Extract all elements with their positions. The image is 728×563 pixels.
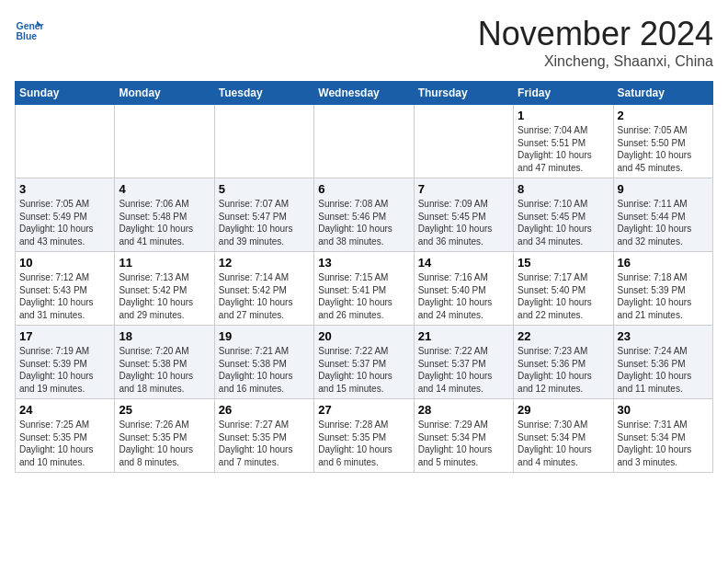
calendar-cell: 9Sunrise: 7:11 AM Sunset: 5:44 PM Daylig… — [613, 178, 712, 252]
calendar-cell — [16, 105, 115, 178]
day-number: 22 — [518, 329, 609, 343]
calendar-cell: 23Sunrise: 7:24 AM Sunset: 5:36 PM Dayli… — [613, 326, 712, 399]
day-info: Sunrise: 7:04 AM Sunset: 5:51 PM Dayligh… — [518, 124, 609, 174]
day-info: Sunrise: 7:23 AM Sunset: 5:36 PM Dayligh… — [518, 345, 609, 395]
day-number: 30 — [618, 403, 709, 417]
calendar-cell: 11Sunrise: 7:13 AM Sunset: 5:42 PM Dayli… — [115, 252, 214, 326]
calendar-week-row: 1Sunrise: 7:04 AM Sunset: 5:51 PM Daylig… — [16, 105, 713, 178]
day-number: 7 — [418, 182, 509, 196]
day-info: Sunrise: 7:20 AM Sunset: 5:38 PM Dayligh… — [119, 345, 210, 395]
day-info: Sunrise: 7:11 AM Sunset: 5:44 PM Dayligh… — [618, 198, 709, 247]
day-info: Sunrise: 7:14 AM Sunset: 5:42 PM Dayligh… — [219, 271, 310, 321]
calendar-cell: 12Sunrise: 7:14 AM Sunset: 5:42 PM Dayli… — [214, 252, 313, 326]
day-info: Sunrise: 7:10 AM Sunset: 5:45 PM Dayligh… — [518, 198, 609, 247]
logo-icon: General Blue — [15, 15, 44, 44]
day-number: 24 — [19, 403, 110, 417]
day-number: 13 — [318, 256, 409, 270]
day-number: 1 — [518, 109, 609, 122]
day-number: 10 — [19, 256, 110, 270]
calendar-cell — [214, 105, 313, 178]
calendar-cell: 27Sunrise: 7:28 AM Sunset: 5:35 PM Dayli… — [314, 399, 414, 473]
day-number: 26 — [219, 403, 310, 417]
svg-text:General: General — [17, 21, 44, 31]
day-info: Sunrise: 7:22 AM Sunset: 5:37 PM Dayligh… — [318, 345, 409, 395]
calendar-cell: 4Sunrise: 7:06 AM Sunset: 5:48 PM Daylig… — [115, 178, 214, 252]
svg-text:Blue: Blue — [17, 31, 38, 41]
day-info: Sunrise: 7:06 AM Sunset: 5:48 PM Dayligh… — [119, 198, 210, 247]
day-number: 29 — [518, 403, 609, 417]
calendar-cell — [314, 105, 414, 178]
calendar-cell: 29Sunrise: 7:30 AM Sunset: 5:34 PM Dayli… — [514, 399, 613, 473]
day-number: 28 — [418, 403, 509, 417]
day-number: 6 — [318, 182, 409, 196]
day-info: Sunrise: 7:31 AM Sunset: 5:34 PM Dayligh… — [618, 419, 709, 468]
calendar-cell: 8Sunrise: 7:10 AM Sunset: 5:45 PM Daylig… — [514, 178, 613, 252]
calendar-cell: 22Sunrise: 7:23 AM Sunset: 5:36 PM Dayli… — [514, 326, 613, 399]
day-info: Sunrise: 7:12 AM Sunset: 5:43 PM Dayligh… — [19, 271, 110, 321]
calendar-cell: 10Sunrise: 7:12 AM Sunset: 5:43 PM Dayli… — [16, 252, 115, 326]
day-info: Sunrise: 7:09 AM Sunset: 5:45 PM Dayligh… — [418, 198, 509, 247]
weekday-header-friday: Friday — [514, 82, 613, 105]
day-info: Sunrise: 7:17 AM Sunset: 5:40 PM Dayligh… — [518, 271, 609, 321]
calendar-cell: 6Sunrise: 7:08 AM Sunset: 5:46 PM Daylig… — [314, 178, 414, 252]
weekday-header-sunday: Sunday — [16, 82, 115, 105]
day-info: Sunrise: 7:05 AM Sunset: 5:49 PM Dayligh… — [19, 198, 110, 247]
day-number: 5 — [219, 182, 310, 196]
calendar-cell: 25Sunrise: 7:26 AM Sunset: 5:35 PM Dayli… — [115, 399, 214, 473]
calendar-cell: 13Sunrise: 7:15 AM Sunset: 5:41 PM Dayli… — [314, 252, 414, 326]
day-info: Sunrise: 7:26 AM Sunset: 5:35 PM Dayligh… — [119, 419, 210, 468]
calendar-cell: 2Sunrise: 7:05 AM Sunset: 5:50 PM Daylig… — [613, 105, 712, 178]
calendar-cell: 20Sunrise: 7:22 AM Sunset: 5:37 PM Dayli… — [314, 326, 414, 399]
calendar-cell: 16Sunrise: 7:18 AM Sunset: 5:39 PM Dayli… — [613, 252, 712, 326]
weekday-header-thursday: Thursday — [414, 82, 513, 105]
day-info: Sunrise: 7:16 AM Sunset: 5:40 PM Dayligh… — [418, 271, 509, 321]
day-number: 4 — [119, 182, 210, 196]
weekday-header-saturday: Saturday — [613, 82, 712, 105]
day-number: 12 — [219, 256, 310, 270]
day-info: Sunrise: 7:19 AM Sunset: 5:39 PM Dayligh… — [19, 345, 110, 395]
weekday-header-wednesday: Wednesday — [314, 82, 414, 105]
calendar-table: SundayMondayTuesdayWednesdayThursdayFrid… — [15, 81, 713, 473]
day-number: 9 — [618, 182, 709, 196]
calendar-cell: 7Sunrise: 7:09 AM Sunset: 5:45 PM Daylig… — [414, 178, 513, 252]
calendar-cell — [414, 105, 513, 178]
day-number: 15 — [518, 256, 609, 270]
day-info: Sunrise: 7:05 AM Sunset: 5:50 PM Dayligh… — [618, 124, 709, 174]
day-number: 2 — [618, 109, 709, 122]
day-info: Sunrise: 7:28 AM Sunset: 5:35 PM Dayligh… — [318, 419, 409, 468]
calendar-cell: 1Sunrise: 7:04 AM Sunset: 5:51 PM Daylig… — [514, 105, 613, 178]
calendar-cell: 30Sunrise: 7:31 AM Sunset: 5:34 PM Dayli… — [613, 399, 712, 473]
calendar-cell: 24Sunrise: 7:25 AM Sunset: 5:35 PM Dayli… — [16, 399, 115, 473]
day-number: 14 — [418, 256, 509, 270]
calendar-cell: 19Sunrise: 7:21 AM Sunset: 5:38 PM Dayli… — [214, 326, 313, 399]
day-number: 25 — [119, 403, 210, 417]
calendar-header-row: SundayMondayTuesdayWednesdayThursdayFrid… — [16, 82, 713, 105]
calendar-week-row: 24Sunrise: 7:25 AM Sunset: 5:35 PM Dayli… — [16, 399, 713, 473]
calendar-cell: 18Sunrise: 7:20 AM Sunset: 5:38 PM Dayli… — [115, 326, 214, 399]
day-number: 20 — [318, 329, 409, 343]
calendar-cell: 15Sunrise: 7:17 AM Sunset: 5:40 PM Dayli… — [514, 252, 613, 326]
day-info: Sunrise: 7:15 AM Sunset: 5:41 PM Dayligh… — [318, 271, 409, 321]
day-info: Sunrise: 7:21 AM Sunset: 5:38 PM Dayligh… — [219, 345, 310, 395]
day-info: Sunrise: 7:22 AM Sunset: 5:37 PM Dayligh… — [418, 345, 509, 395]
day-info: Sunrise: 7:13 AM Sunset: 5:42 PM Dayligh… — [119, 271, 210, 321]
day-number: 19 — [219, 329, 310, 343]
weekday-header-monday: Monday — [115, 82, 214, 105]
day-info: Sunrise: 7:27 AM Sunset: 5:35 PM Dayligh… — [219, 419, 310, 468]
day-number: 18 — [119, 329, 210, 343]
calendar-cell — [115, 105, 214, 178]
day-number: 8 — [518, 182, 609, 196]
calendar-cell: 26Sunrise: 7:27 AM Sunset: 5:35 PM Dayli… — [214, 399, 313, 473]
location-subtitle: Xincheng, Shaanxi, China — [478, 53, 713, 70]
title-block: November 2024 Xincheng, Shaanxi, China — [478, 15, 713, 70]
day-number: 23 — [618, 329, 709, 343]
calendar-week-row: 10Sunrise: 7:12 AM Sunset: 5:43 PM Dayli… — [16, 252, 713, 326]
calendar-week-row: 3Sunrise: 7:05 AM Sunset: 5:49 PM Daylig… — [16, 178, 713, 252]
calendar-cell: 5Sunrise: 7:07 AM Sunset: 5:47 PM Daylig… — [214, 178, 313, 252]
calendar-cell: 17Sunrise: 7:19 AM Sunset: 5:39 PM Dayli… — [16, 326, 115, 399]
calendar-cell: 28Sunrise: 7:29 AM Sunset: 5:34 PM Dayli… — [414, 399, 513, 473]
calendar-cell: 3Sunrise: 7:05 AM Sunset: 5:49 PM Daylig… — [16, 178, 115, 252]
day-number: 21 — [418, 329, 509, 343]
day-number: 16 — [618, 256, 709, 270]
day-info: Sunrise: 7:07 AM Sunset: 5:47 PM Dayligh… — [219, 198, 310, 247]
